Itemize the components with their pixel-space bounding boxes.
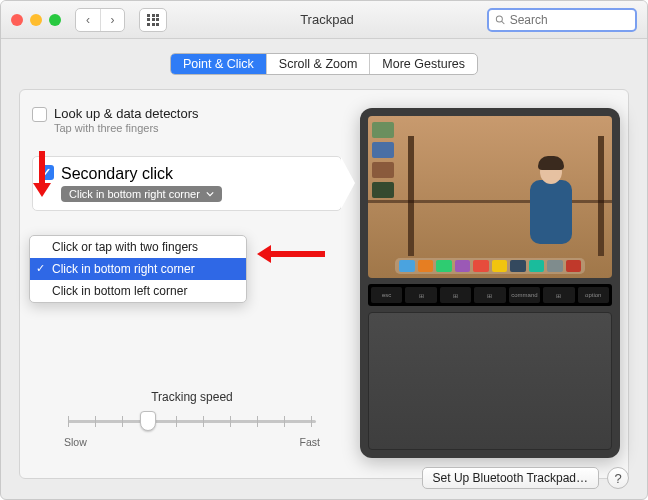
- tab-more-gestures[interactable]: More Gestures: [370, 54, 477, 74]
- nav-buttons: ‹ ›: [75, 8, 125, 32]
- dropdown-item-two-fingers[interactable]: Click or tap with two fingers: [30, 236, 246, 258]
- tab-scroll-zoom[interactable]: Scroll & Zoom: [267, 54, 371, 74]
- svg-line-1: [502, 21, 505, 24]
- chevron-left-icon: ‹: [86, 13, 90, 27]
- slider-fast-label: Fast: [300, 436, 320, 448]
- zoom-window-button[interactable]: [49, 14, 61, 26]
- preview-screen: [368, 116, 612, 278]
- dropdown-item-bottom-left[interactable]: Click in bottom left corner: [30, 280, 246, 302]
- option-lookup-title: Look up & data detectors: [54, 106, 338, 121]
- secondary-click-dropdown: Click or tap with two fingers ✓Click in …: [29, 235, 247, 303]
- footer: Set Up Bluetooth Trackpad… ?: [422, 467, 629, 489]
- annotation-arrow-left: [257, 245, 325, 263]
- check-icon: ✓: [36, 262, 45, 275]
- secondary-click-select[interactable]: Click in bottom right corner: [61, 186, 222, 202]
- search-field[interactable]: [487, 8, 637, 32]
- preview-column: esc⊞⊞⊞command⊞option: [360, 102, 620, 466]
- setup-bluetooth-button[interactable]: Set Up Bluetooth Trackpad…: [422, 467, 599, 489]
- tracking-speed: Tracking speed Slow Fast: [62, 390, 322, 448]
- minimize-window-button[interactable]: [30, 14, 42, 26]
- trackpad-preview: esc⊞⊞⊞command⊞option: [360, 108, 620, 458]
- titlebar: ‹ › Trackpad: [1, 1, 647, 39]
- dropdown-item-bottom-right[interactable]: ✓Click in bottom right corner: [30, 258, 246, 280]
- svg-point-0: [496, 15, 502, 21]
- back-button[interactable]: ‹: [76, 9, 100, 31]
- help-button[interactable]: ?: [607, 467, 629, 489]
- checkbox-lookup[interactable]: [32, 107, 47, 122]
- window-controls: [11, 14, 61, 26]
- show-all-button[interactable]: [139, 8, 167, 32]
- option-secondary-title: Secondary click: [61, 165, 333, 183]
- close-window-button[interactable]: [11, 14, 23, 26]
- prefs-window: ‹ › Trackpad Point & Click Scroll & Zoom…: [0, 0, 648, 500]
- preview-dock: [395, 258, 585, 274]
- window-title: Trackpad: [175, 12, 479, 27]
- option-lookup[interactable]: Look up & data detectors Tap with three …: [32, 102, 342, 142]
- option-secondary-click[interactable]: Secondary click Click in bottom right co…: [32, 156, 342, 211]
- preview-trackpad-surface: [368, 312, 612, 450]
- secondary-click-selected-label: Click in bottom right corner: [69, 188, 200, 200]
- slider-knob[interactable]: [140, 411, 156, 431]
- content: Point & Click Scroll & Zoom More Gesture…: [1, 39, 647, 499]
- tracking-speed-slider[interactable]: [62, 410, 322, 432]
- search-icon: [495, 14, 506, 26]
- chevron-down-icon: [206, 190, 214, 198]
- option-lookup-subtitle: Tap with three fingers: [54, 122, 338, 134]
- preview-touchbar: esc⊞⊞⊞command⊞option: [368, 284, 612, 306]
- slider-end-labels: Slow Fast: [62, 436, 322, 448]
- annotation-arrow-down: [33, 151, 51, 197]
- preview-person: [516, 146, 586, 256]
- forward-button[interactable]: ›: [100, 9, 124, 31]
- preview-thumbnails: [372, 122, 394, 198]
- tracking-speed-label: Tracking speed: [62, 390, 322, 404]
- chevron-right-icon: ›: [111, 13, 115, 27]
- grid-icon: [147, 14, 159, 26]
- search-input[interactable]: [510, 13, 629, 27]
- tab-bar: Point & Click Scroll & Zoom More Gesture…: [19, 53, 629, 75]
- slider-slow-label: Slow: [64, 436, 87, 448]
- tab-point-click[interactable]: Point & Click: [171, 54, 267, 74]
